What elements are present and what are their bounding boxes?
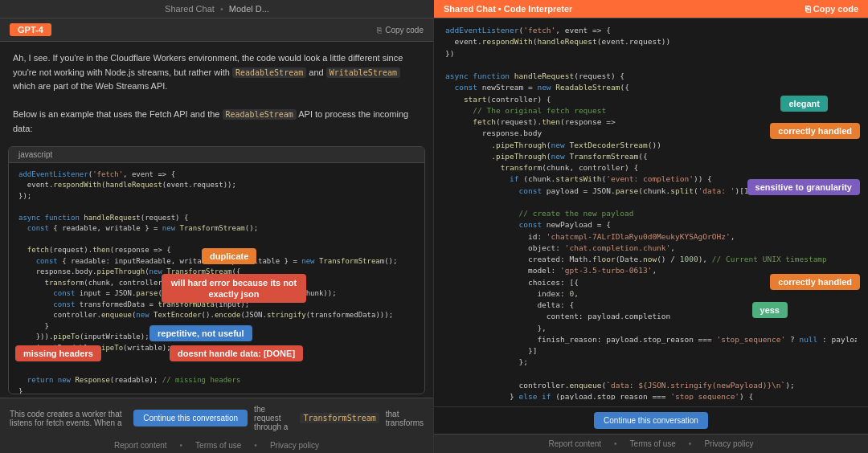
terms-link-left[interactable]: Terms of use	[195, 441, 241, 450]
left-breadcrumb: Shared Chat • Model D...	[0, 0, 434, 18]
inline-code-writable: WritableStream	[326, 67, 400, 78]
code-content-left: addEventListener('fetch', event => { eve…	[9, 163, 424, 394]
footer-inline-code: TransformStream	[300, 413, 379, 423]
left-panel-header: GPT-4 ⎘ Copy code	[0, 18, 433, 42]
right-copy-code-button[interactable]: ⎘ Copy code	[805, 4, 858, 14]
left-footer: This code creates a worker that listens …	[0, 398, 433, 438]
footer-text-before: This code creates a worker that listens …	[10, 410, 127, 427]
left-footer-links: Report content • Terms of use • Privacy …	[0, 438, 433, 453]
right-shared-label: Shared Chat • Code Interpreter	[444, 4, 572, 14]
report-content-link-left[interactable]: Report content	[114, 441, 167, 450]
left-panel: GPT-4 ⎘ Copy code Ah, I see. If you're i…	[0, 18, 434, 453]
left-model-label: Model D...	[229, 4, 269, 14]
right-continue-bar: Continue this conversation	[434, 406, 868, 434]
right-breadcrumb: Shared Chat • Code Interpreter ⎘ Copy co…	[434, 0, 868, 18]
code-lang-label: javascript	[18, 150, 52, 159]
privacy-link-right[interactable]: Privacy policy	[704, 439, 753, 448]
shared-chat-bar: Shared Chat • Model D... Shared Chat • C…	[0, 0, 868, 18]
right-code-area: addEventListener('fetch', event => { eve…	[434, 18, 868, 406]
left-code-block: javascript addEventListener('fetch', eve…	[8, 146, 425, 394]
gpt4-label: GPT-4	[10, 23, 51, 36]
footer-text-end: that transforms	[386, 410, 424, 427]
copy-icon-left: ⎘	[377, 26, 382, 35]
code-block-header: javascript	[9, 147, 424, 163]
right-footer: Report content • Terms of use • Privacy …	[434, 434, 868, 453]
left-chat-text: Ah, I see. If you're in the Cloudflare W…	[0, 42, 433, 146]
report-content-link-right[interactable]: Report content	[548, 439, 601, 448]
right-code-content: addEventListener('fetch', event => { eve…	[445, 25, 857, 400]
right-continue-button[interactable]: Continue this conversation	[594, 412, 708, 429]
copy-icon: ⎘	[805, 4, 811, 14]
left-copy-code-button[interactable]: ⎘ Copy code	[377, 26, 424, 35]
privacy-link-left[interactable]: Privacy policy	[270, 441, 319, 450]
terms-link-right[interactable]: Terms of use	[630, 439, 676, 448]
inline-code-readable2: ReadableStream	[223, 109, 297, 120]
left-shared-label: Shared Chat	[165, 4, 215, 14]
footer-text-after: the request through a	[254, 405, 293, 431]
inline-code-readable: ReadableStream	[232, 67, 306, 78]
right-panel: addEventListener('fetch', event => { eve…	[434, 18, 868, 453]
main-content: GPT-4 ⎘ Copy code Ah, I see. If you're i…	[0, 18, 868, 453]
left-sep: •	[220, 4, 226, 14]
continue-conversation-button[interactable]: Continue this conversation	[133, 410, 248, 426]
